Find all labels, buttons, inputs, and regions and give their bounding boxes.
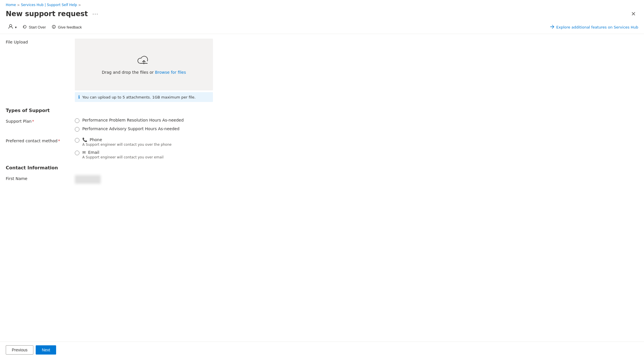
first-name-field — [75, 175, 213, 184]
toolbar-left: ▾ Start Over Give feedback — [6, 22, 84, 32]
email-icon: ✉ — [82, 150, 86, 155]
contact-info-heading: Contact Information — [6, 165, 638, 171]
contact-method-radio-group: 📞 Phone A Support engineer will contact … — [75, 137, 213, 159]
svg-point-2 — [54, 26, 54, 26]
explore-icon — [550, 24, 555, 30]
browse-files-link[interactable]: Browse for files — [155, 70, 186, 75]
contact-method-email[interactable]: ✉ Email A Support engineer will contact … — [75, 150, 213, 159]
contact-method-label: Preferred contact method* — [6, 137, 69, 143]
close-button[interactable]: ✕ — [629, 9, 638, 18]
page-title: New support request — [6, 10, 88, 18]
phone-label: 📞 Phone — [82, 137, 172, 142]
contact-method-radio-phone[interactable] — [75, 138, 79, 143]
give-feedback-icon — [52, 24, 56, 30]
upload-info-text: You can upload up to 5 attachments. 1GB … — [82, 95, 196, 99]
explore-label: Explore additional features on Services … — [556, 25, 638, 29]
start-over-icon — [22, 24, 27, 30]
bottom-navigation: Previous Next — [0, 342, 644, 358]
contact-method-required: * — [58, 139, 60, 143]
email-label: ✉ Email — [82, 150, 163, 155]
give-feedback-button[interactable]: Give feedback — [49, 23, 84, 31]
first-name-input-blurred — [75, 175, 101, 184]
support-plan-required: * — [32, 119, 34, 124]
contact-method-phone[interactable]: 📞 Phone A Support engineer will contact … — [75, 137, 213, 147]
start-over-button[interactable]: Start Over — [20, 23, 48, 31]
user-icon — [8, 24, 13, 31]
support-plan-radio-1[interactable] — [75, 118, 79, 123]
previous-button[interactable]: Previous — [6, 345, 33, 355]
breadcrumb-home[interactable]: Home — [6, 3, 16, 7]
contact-method-options: 📞 Phone A Support engineer will contact … — [75, 137, 213, 159]
contact-method-radio-email[interactable] — [75, 151, 79, 155]
contact-method-row: Preferred contact method* 📞 Phone A Supp… — [6, 137, 638, 159]
file-upload-field: Drag and drop the files or Browse for fi… — [75, 39, 213, 102]
start-over-label: Start Over — [29, 25, 46, 29]
next-button[interactable]: Next — [36, 345, 56, 355]
breadcrumb-services-hub[interactable]: Services Hub | Support Self Help — [21, 3, 77, 7]
file-upload-row: File Upload Drag and drop the files or B… — [6, 39, 638, 102]
svg-point-0 — [9, 24, 12, 27]
email-sub: A Support engineer will contact you over… — [82, 155, 163, 159]
support-plan-option-1[interactable]: Performance Problem Resolution Hours As-… — [75, 118, 213, 123]
support-plan-label-1: Performance Problem Resolution Hours As-… — [82, 118, 184, 122]
support-plan-row: Support Plan* Performance Problem Resolu… — [6, 118, 638, 132]
upload-drag-text: Drag and drop the files or Browse for fi… — [102, 70, 186, 75]
breadcrumb-sep1: > — [17, 3, 20, 7]
support-plan-label: Support Plan* — [6, 118, 69, 124]
upload-info: ℹ You can upload up to 5 attachments. 1G… — [75, 92, 213, 102]
file-upload-label: File Upload — [6, 39, 69, 44]
types-of-support-heading: Types of Support — [6, 108, 638, 113]
give-feedback-label: Give feedback — [58, 25, 82, 29]
upload-cloud-icon — [138, 55, 150, 67]
breadcrumb-sep2: > — [78, 3, 81, 7]
more-button[interactable]: ··· — [91, 10, 100, 18]
support-plan-radio-2[interactable] — [75, 127, 79, 132]
support-plan-option-2[interactable]: Performance Advisory Support Hours As-ne… — [75, 126, 213, 132]
explore-features-link[interactable]: Explore additional features on Services … — [550, 24, 638, 30]
page-header: New support request ··· ✕ — [0, 8, 644, 21]
page-title-row: New support request ··· — [6, 10, 100, 18]
support-plan-options: Performance Problem Resolution Hours As-… — [75, 118, 213, 132]
info-icon: ℹ — [78, 94, 80, 100]
toolbar: ▾ Start Over Give feedback — [0, 21, 644, 34]
breadcrumb: Home > Services Hub | Support Self Help … — [0, 0, 644, 8]
user-menu-button[interactable]: ▾ — [6, 22, 19, 32]
first-name-label: First Name — [6, 175, 69, 181]
phone-icon: 📞 — [82, 137, 87, 142]
support-plan-radio-group: Performance Problem Resolution Hours As-… — [75, 118, 213, 132]
first-name-row: First Name — [6, 175, 638, 184]
main-content: File Upload Drag and drop the files or B… — [0, 34, 644, 342]
support-plan-label-2: Performance Advisory Support Hours As-ne… — [82, 126, 180, 131]
file-upload-zone[interactable]: Drag and drop the files or Browse for fi… — [75, 39, 213, 90]
phone-sub: A Support engineer will contact you over… — [82, 143, 172, 147]
dropdown-arrow-icon: ▾ — [15, 25, 17, 29]
